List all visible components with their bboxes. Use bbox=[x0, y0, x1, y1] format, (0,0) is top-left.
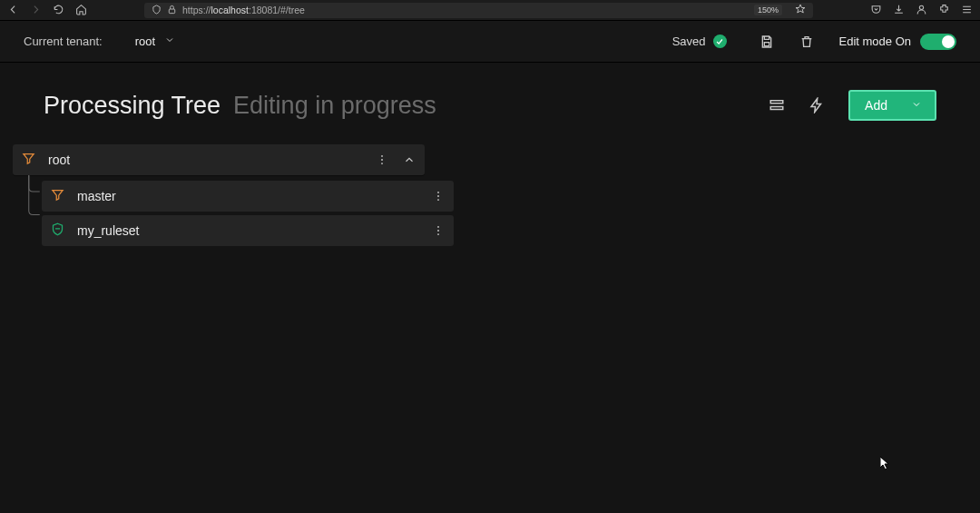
svg-rect-3 bbox=[770, 101, 783, 104]
chevron-down-icon bbox=[911, 98, 922, 113]
save-status: Saved bbox=[672, 35, 727, 48]
extensions-icon[interactable] bbox=[938, 4, 950, 17]
reload-icon[interactable] bbox=[53, 4, 64, 17]
list-view-button[interactable] bbox=[769, 97, 785, 113]
node-actions bbox=[376, 153, 416, 166]
page-subtitle: Editing in progress bbox=[233, 92, 436, 120]
svg-rect-2 bbox=[764, 42, 769, 45]
tree-node-root[interactable]: root bbox=[13, 144, 425, 175]
tree-node-my-ruleset[interactable]: my_ruleset bbox=[42, 215, 454, 246]
forward-icon[interactable] bbox=[30, 4, 42, 17]
back-icon[interactable] bbox=[7, 4, 19, 17]
hamburger-menu-icon[interactable] bbox=[961, 4, 973, 17]
toggle-knob bbox=[942, 35, 955, 48]
more-icon[interactable] bbox=[376, 153, 388, 166]
browser-right-icons bbox=[870, 4, 973, 17]
bolt-button[interactable] bbox=[808, 97, 825, 113]
tenant-selector[interactable]: root bbox=[135, 35, 175, 48]
add-button-label: Add bbox=[865, 98, 887, 113]
svg-point-6 bbox=[381, 159, 383, 161]
tree-node-master[interactable]: master bbox=[42, 181, 454, 212]
save-edits-button[interactable] bbox=[760, 35, 774, 49]
url-text: https://localhost:18081/#/tree bbox=[182, 5, 305, 15]
svg-point-9 bbox=[437, 195, 439, 197]
url-host: localhost bbox=[211, 5, 249, 15]
svg-rect-0 bbox=[169, 9, 174, 14]
download-icon[interactable] bbox=[893, 4, 905, 17]
svg-point-5 bbox=[381, 155, 383, 157]
svg-point-12 bbox=[437, 230, 439, 232]
svg-rect-4 bbox=[770, 107, 783, 110]
tree-connector bbox=[25, 175, 42, 230]
zoom-badge[interactable]: 150% bbox=[754, 5, 782, 15]
home-icon[interactable] bbox=[75, 4, 87, 17]
tree-children: master my_ruleset bbox=[25, 181, 967, 246]
url-bar[interactable]: https://localhost:18081/#/tree 150% bbox=[144, 3, 813, 18]
more-icon[interactable] bbox=[432, 190, 445, 202]
account-icon[interactable] bbox=[916, 4, 927, 17]
app-header: Current tenant: root Saved Edit mode On bbox=[0, 21, 980, 63]
svg-point-10 bbox=[437, 199, 439, 201]
browser-nav-buttons bbox=[7, 4, 87, 17]
browser-toolbar: https://localhost:18081/#/tree 150% bbox=[0, 0, 980, 21]
node-label: master bbox=[77, 189, 419, 203]
shield-icon bbox=[51, 222, 64, 240]
delete-button[interactable] bbox=[799, 35, 814, 49]
url-prefix: https:// bbox=[182, 5, 211, 15]
shield-site-icon bbox=[152, 5, 162, 16]
svg-point-11 bbox=[437, 226, 439, 228]
svg-point-13 bbox=[437, 233, 439, 235]
tenant-value: root bbox=[135, 35, 155, 48]
page-title: Processing Tree bbox=[44, 92, 220, 120]
svg-point-7 bbox=[381, 163, 383, 164]
page-title-row: Processing Tree Editing in progress Add bbox=[0, 63, 980, 135]
node-label: my_ruleset bbox=[77, 223, 419, 238]
more-icon[interactable] bbox=[432, 224, 445, 237]
svg-point-8 bbox=[437, 192, 439, 193]
saved-label: Saved bbox=[672, 35, 706, 48]
edit-mode-toggle[interactable] bbox=[920, 34, 956, 50]
collapse-icon[interactable] bbox=[403, 153, 416, 166]
processing-tree: root master my_ruleset bbox=[0, 135, 980, 246]
svg-point-1 bbox=[919, 5, 923, 9]
bookmark-star-icon[interactable] bbox=[795, 4, 806, 16]
edit-mode-label: Edit mode On bbox=[839, 35, 912, 48]
edit-mode-control: Edit mode On bbox=[839, 34, 957, 50]
lock-icon bbox=[167, 5, 177, 16]
add-button[interactable]: Add bbox=[848, 90, 936, 121]
check-circle-icon bbox=[713, 35, 727, 48]
funnel-icon bbox=[22, 152, 35, 169]
tenant-label: Current tenant: bbox=[24, 35, 103, 48]
node-label: root bbox=[48, 153, 363, 167]
url-rest: :18081/#/tree bbox=[249, 5, 305, 15]
funnel-icon bbox=[51, 188, 64, 205]
cursor-icon bbox=[880, 457, 891, 471]
pocket-icon[interactable] bbox=[870, 4, 882, 17]
chevron-down-icon bbox=[164, 35, 175, 48]
